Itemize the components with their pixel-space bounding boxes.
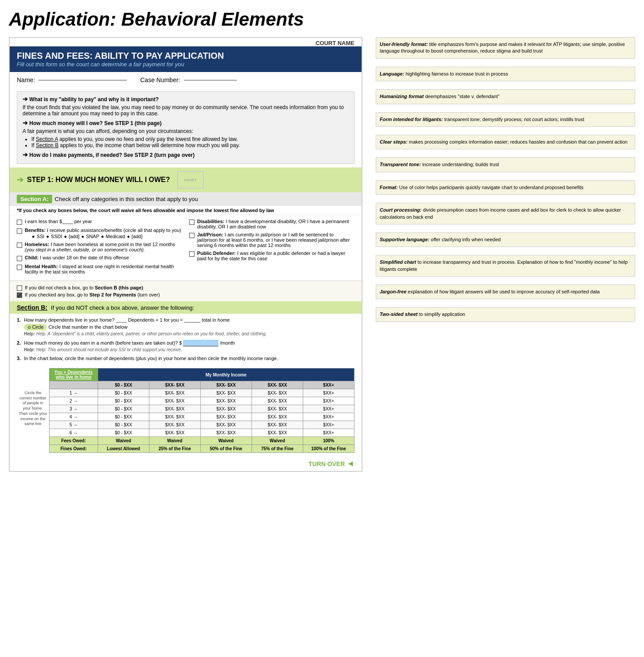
cb-public-defender-box[interactable] — [189, 251, 194, 257]
cb-jail-box[interactable] — [189, 233, 194, 238]
form-title: FINES AND FEES: ABILITY TO PAY APPLICATI… — [17, 51, 354, 61]
ann-language-text: highlighting fairness to increase trust … — [406, 71, 508, 76]
income-col-5: $XX+ — [303, 381, 354, 389]
ann-simplified-chart-label: Simplified chart — [380, 259, 416, 265]
q1-body: If the court finds that you violated the… — [23, 104, 349, 117]
ann-jargon-free-label: Jargon-free — [380, 289, 407, 294]
cb-earn-less: I earn less than $____ per year — [17, 219, 182, 225]
nav-no-check-box[interactable] — [17, 285, 22, 291]
ann-form-intended-label: Form intended for litigants: — [380, 117, 443, 122]
ann-transparent-label: Transparent tone: — [380, 162, 421, 167]
ann-language-label: Language: — [380, 71, 404, 76]
nav-no-check: If you did not check a box, go to Sectio… — [17, 285, 354, 291]
ann-supportive: Supportive language: offer clarifying in… — [376, 232, 635, 247]
case-field: Case Number: — [140, 76, 236, 84]
ann-clear-steps: Clear steps: makes processing complex in… — [376, 135, 635, 149]
ann-humanizing-text: deemphasizes "state v. defendant" — [425, 94, 499, 99]
q2-intro: A fair payment is what you can afford, d… — [23, 128, 349, 134]
annotations-panel: User-friendly format: title emphasizes f… — [371, 37, 635, 472]
cb-child: Child: I was under 18 on the date of thi… — [17, 255, 182, 261]
benefits-sub: ● SSI ● SSDI ● [add] ● SNAP ● Medicaid ●… — [32, 234, 181, 239]
q2-bullets: If Section A applies to you, you owe no … — [31, 136, 349, 148]
income-col-4: $XX- $XX — [252, 381, 303, 389]
ann-user-friendly: User-friendly format: title emphasizes f… — [376, 37, 635, 59]
income-table: You + Dependents who live in home My Mon… — [49, 368, 354, 453]
section-a-left-col: I earn less than $____ per year Benefits… — [17, 219, 182, 277]
ann-language: Language: highlighting fairness to incre… — [376, 67, 635, 81]
nav-checked-box[interactable]: ✓ — [17, 292, 22, 298]
section-b-badge: Section B: — [17, 304, 47, 311]
income-table-container: Circle the correct number of people in y… — [17, 365, 354, 453]
q1-title: ➔ What is my "ability to pay" and why is… — [23, 95, 349, 103]
cb-child-box[interactable] — [17, 256, 22, 261]
court-name-label: COURT NAME — [316, 40, 354, 46]
table-row: 1 →$0 - $XX$XX- $XX$XX- $XX$XX- $XX$XX+ — [50, 389, 354, 397]
ann-format-text: Use of color helps participants quickly … — [399, 185, 583, 190]
ann-court-processing: Court processing: divide presumption cas… — [376, 203, 635, 224]
q1-sub: Circle that number in the chart below — [48, 324, 127, 330]
q2-text: How much money do you earn in a month (b… — [24, 340, 178, 346]
ann-supportive-text: offer clarifying info when needed — [431, 237, 501, 242]
name-label: Name: — [17, 76, 35, 84]
section-a-badge: Section A: — [17, 195, 52, 203]
ann-simplified-chart: Simplified chart to increase transparenc… — [376, 255, 635, 277]
cb-earn-less-box[interactable] — [17, 220, 22, 225]
table-row: 2 →$0 - $XX$XX- $XX$XX- $XX$XX- $XX$XX+ — [50, 397, 354, 405]
section-a-right-col: Disabilities: I have a developmental dis… — [189, 219, 354, 277]
cb-disabilities-box[interactable] — [189, 220, 194, 225]
cb-mental-box[interactable] — [17, 265, 22, 270]
cb-benefits: Benefits: I receive public assistance/be… — [17, 228, 182, 239]
income-col-1: $0 - $XX — [98, 381, 149, 389]
section-a-nav: If you did not check a box, go to Sectio… — [10, 281, 362, 301]
ann-court-processing-label: Court processing: — [380, 207, 422, 213]
turn-over: TURN OVER ◄ — [10, 456, 362, 471]
section-b-q3: 3. In the chart below, circle the number… — [17, 356, 354, 361]
ann-clear-steps-label: Clear steps: — [380, 139, 408, 144]
ann-two-sided-label: Two-sided sheet — [380, 311, 418, 317]
section-a-content: I earn less than $____ per year Benefits… — [10, 215, 362, 281]
waiver-note: *If you check any boxes below, the court… — [10, 206, 362, 215]
table-row: 3 →$0 - $XX$XX- $XX$XX- $XX$XX- $XX$XX+ — [50, 405, 354, 413]
section-b-instruction: If you did NOT check a box above, answer… — [51, 304, 194, 311]
q3-title: ➔ How do I make payments, if needed? See… — [23, 151, 349, 158]
circle-btn[interactable]: ⊙ Circle — [24, 324, 47, 330]
stamp-box-step1: COURT — [177, 171, 204, 189]
step1-header: ➔ STEP 1: HOW MUCH MONEY WILL I OWE? COU… — [10, 167, 362, 192]
name-case-row: Name: Case Number: — [10, 72, 362, 88]
q2-bullet2: If Section B applies to you, the income … — [31, 142, 349, 148]
cb-homeless-box[interactable] — [17, 243, 22, 248]
monthly-income-input[interactable] — [183, 340, 218, 346]
table-row: 6 →$0 - $XX$XX- $XX$XX- $XX$XX- $XX$XX+ — [50, 429, 354, 437]
ann-clear-steps-text: makes processing complex information eas… — [409, 139, 628, 144]
ann-form-intended-text: transparent tone; demystify process; not… — [444, 117, 584, 122]
case-input-line[interactable] — [184, 80, 237, 80]
ann-transparent: Transparent tone: increase understanding… — [376, 157, 635, 172]
step1-label: STEP 1: HOW MUCH MONEY WILL I OWE? — [27, 176, 170, 184]
turn-over-text: TURN OVER — [309, 460, 345, 467]
ann-format: Format: Use of color helps participants … — [376, 180, 635, 195]
q2-bullet1: If Section A applies to you, you owe no … — [31, 136, 349, 142]
cb-disabilities: Disabilities: I have a developmental dis… — [189, 219, 354, 229]
income-col-3: $XX- $XX — [200, 381, 252, 389]
name-input-line[interactable] — [38, 80, 127, 80]
ann-simplified-chart-text: to increase transparency and trust in pr… — [380, 259, 628, 271]
section-a-instruction: Check off any categories in this section… — [55, 196, 198, 202]
income-header: My Monthly Income — [98, 368, 354, 381]
income-col-2: $XX- $XX — [149, 381, 200, 389]
ann-jargon-free-text: explanation of how litigant answers will… — [408, 289, 600, 294]
form-header: FINES AND FEES: ABILITY TO PAY APPLICATI… — [10, 46, 362, 72]
nav-checked: ✓ If you checked any box, go to Step 2 f… — [17, 292, 354, 298]
ann-two-sided: Two-sided sheet to simplify application — [376, 307, 635, 322]
ann-supportive-label: Supportive language: — [380, 237, 429, 242]
cb-benefits-box[interactable] — [17, 228, 22, 234]
page-title: Application: Behavioral Elements — [9, 9, 635, 30]
section-b-content: 1. How many dependents live in your home… — [10, 314, 362, 456]
ann-user-friendly-label: User-friendly format: — [380, 42, 428, 47]
ann-humanizing: Humanizing format deemphasizes "state v.… — [376, 89, 635, 104]
ann-humanizing-label: Humanizing format — [380, 94, 424, 99]
step1-arrow: ➔ — [17, 175, 23, 185]
form-container: COURT NAME FINES AND FEES: ABILITY TO PA… — [9, 37, 362, 472]
ann-format-label: Format: — [380, 185, 398, 190]
cb-public-defender: Public Defender: I was eligible for a pu… — [189, 251, 354, 261]
table-left-label: Circle the correct number of people in y… — [17, 365, 49, 453]
